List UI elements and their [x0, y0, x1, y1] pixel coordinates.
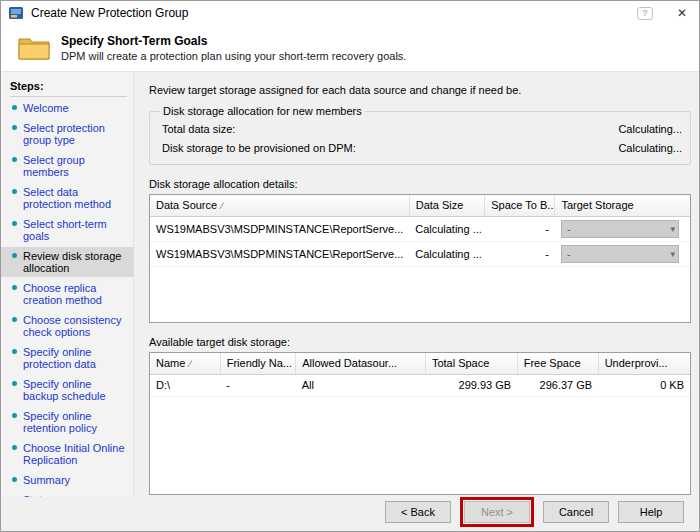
- page-title: Specify Short-Term Goals: [61, 34, 406, 48]
- footer-button-bar: < Back Next > Cancel Help: [1, 497, 699, 531]
- close-button[interactable]: ✕: [665, 1, 699, 25]
- column-header-underprovisioned[interactable]: Underprovi...: [598, 353, 690, 374]
- step-label: Choose replica creation method: [23, 282, 125, 306]
- step-label: Specify online protection data: [23, 346, 125, 370]
- sidebar-step-summary[interactable]: Summary: [10, 471, 127, 489]
- table-row[interactable]: WS19MABSV3\MSDPMINSTANCE\ReportServe... …: [150, 241, 690, 266]
- column-header-data-source[interactable]: Data Source∕: [150, 195, 409, 216]
- column-header-target-storage[interactable]: Target Storage: [555, 195, 690, 216]
- step-bullet-icon: [12, 221, 17, 226]
- step-label: Choose consistency check options: [23, 314, 125, 338]
- cell-total-space: 299.93 GB: [425, 374, 517, 396]
- total-data-size-label: Total data size:: [162, 123, 235, 135]
- sidebar-step-replica-creation-method[interactable]: Choose replica creation method: [10, 279, 127, 309]
- step-label: Select data protection method: [23, 186, 125, 210]
- sidebar-step-review-disk-storage-allocation: Review disk storage allocation: [1, 247, 133, 277]
- cell-data-size: Calculating ...: [409, 216, 485, 241]
- column-header-free-space[interactable]: Free Space: [517, 353, 598, 374]
- header-text: Specify Short-Term Goals DPM will create…: [61, 34, 406, 62]
- sidebar-step-protection-group-type[interactable]: Select protection group type: [10, 119, 127, 149]
- cell-target-storage: - ▾: [555, 241, 690, 266]
- steps-heading: Steps:: [10, 80, 127, 97]
- folder-icon: [18, 35, 50, 61]
- column-header-data-size[interactable]: Data Size: [409, 195, 485, 216]
- cell-data-size: Calculating ...: [409, 241, 485, 266]
- sidebar-step-online-backup-schedule[interactable]: Specify online backup schedule: [10, 375, 127, 405]
- table-row[interactable]: D:\ - All 299.93 GB 296.37 GB 0 KB: [150, 374, 690, 396]
- close-icon: ✕: [677, 6, 687, 20]
- column-header-friendly-name[interactable]: Friendly Na...: [220, 353, 296, 374]
- total-data-size-row: Total data size: Calculating...: [160, 119, 682, 138]
- step-bullet-icon: [12, 413, 17, 418]
- sidebar-step-online-protection-data[interactable]: Specify online protection data: [10, 343, 127, 373]
- titlebar: Create New Protection Group ? ✕: [1, 1, 699, 25]
- disk-allocation-groupbox: Disk storage allocation for new members …: [149, 105, 691, 165]
- wizard-body: Steps: Welcome Select protection group t…: [1, 72, 699, 497]
- provisioned-storage-row: Disk storage to be provisioned on DPM: C…: [160, 138, 682, 157]
- table-row[interactable]: WS19MABSV3\MSDPMINSTANCE\ReportServe... …: [150, 216, 690, 241]
- target-storage-dropdown[interactable]: - ▾: [561, 220, 679, 238]
- step-label: Review disk storage allocation: [23, 250, 127, 274]
- step-bullet-icon: [12, 125, 17, 130]
- column-header-total-space[interactable]: Total Space: [425, 353, 517, 374]
- total-data-size-value: Calculating...: [618, 123, 682, 135]
- titlebar-buttons: ? ✕: [637, 1, 699, 25]
- step-label: Select protection group type: [23, 122, 125, 146]
- steps-list: Welcome Select protection group type Sel…: [10, 99, 127, 497]
- sort-ascending-icon: ∕: [189, 358, 191, 369]
- sidebar-step-data-protection-method[interactable]: Select data protection method: [10, 183, 127, 213]
- help-icon[interactable]: ?: [637, 7, 653, 20]
- step-label: Summary: [23, 474, 70, 486]
- cell-allowed-datasources: All: [296, 374, 426, 396]
- provisioned-storage-value: Calculating...: [618, 142, 682, 154]
- step-bullet-icon: [12, 477, 17, 482]
- cell-data-source: WS19MABSV3\MSDPMINSTANCE\ReportServe...: [150, 216, 409, 241]
- create-protection-group-dialog: Create New Protection Group ? ✕ Specify …: [0, 0, 700, 532]
- page-subtitle: DPM will create a protection plan using …: [61, 50, 406, 62]
- help-button[interactable]: Help: [618, 501, 684, 523]
- cell-friendly-name: -: [220, 374, 296, 396]
- step-label: Specify online retention policy: [23, 410, 125, 434]
- available-storage-section-label: Available target disk storage:: [149, 336, 691, 348]
- table-header-row: Data Source∕ Data Size Space To B... Tar…: [150, 195, 690, 216]
- next-button[interactable]: Next >: [464, 501, 530, 523]
- sidebar-step-short-term-goals[interactable]: Select short-term goals: [10, 215, 127, 245]
- target-storage-dropdown[interactable]: - ▾: [561, 245, 679, 263]
- sidebar-step-consistency-check-options[interactable]: Choose consistency check options: [10, 311, 127, 341]
- window-title: Create New Protection Group: [31, 6, 637, 20]
- main-content: Review target storage assigned for each …: [134, 72, 699, 497]
- chevron-down-icon: ▾: [671, 224, 676, 234]
- back-button[interactable]: < Back: [385, 501, 451, 523]
- step-label: Select group members: [23, 154, 125, 178]
- cancel-button[interactable]: Cancel: [543, 501, 609, 523]
- step-bullet-icon: [12, 253, 17, 258]
- cell-target-storage: - ▾: [555, 216, 690, 241]
- column-header-allowed-datasources[interactable]: Allowed Datasour...: [296, 353, 426, 374]
- dropdown-value: -: [567, 223, 571, 235]
- sidebar-step-group-members[interactable]: Select group members: [10, 151, 127, 181]
- cell-name: D:\: [150, 374, 220, 396]
- steps-sidebar: Steps: Welcome Select protection group t…: [1, 72, 134, 497]
- column-header-name[interactable]: Name∕: [150, 353, 220, 374]
- step-bullet-icon: [12, 285, 17, 290]
- step-label: Specify online backup schedule: [23, 378, 125, 402]
- step-bullet-icon: [12, 157, 17, 162]
- dropdown-value: -: [567, 248, 571, 260]
- step-label: Choose Initial Online Replication: [23, 442, 125, 466]
- table-header-row: Name∕ Friendly Na... Allowed Datasour...…: [150, 353, 690, 374]
- red-annotation-box: Next >: [460, 497, 534, 527]
- provisioned-storage-label: Disk storage to be provisioned on DPM:: [162, 142, 356, 154]
- sidebar-step-welcome[interactable]: Welcome: [10, 99, 127, 117]
- step-label: Welcome: [23, 102, 69, 114]
- chevron-down-icon: ▾: [671, 249, 676, 259]
- step-label: Select short-term goals: [23, 218, 125, 242]
- step-bullet-icon: [12, 349, 17, 354]
- column-header-space-to-be[interactable]: Space To B...: [485, 195, 555, 216]
- step-bullet-icon: [12, 105, 17, 110]
- step-bullet-icon: [12, 317, 17, 322]
- app-icon: [8, 5, 24, 21]
- wizard-header: Specify Short-Term Goals DPM will create…: [1, 25, 699, 72]
- sidebar-step-initial-online-replication[interactable]: Choose Initial Online Replication: [10, 439, 127, 469]
- cell-underprovisioned: 0 KB: [598, 374, 690, 396]
- sidebar-step-online-retention-policy[interactable]: Specify online retention policy: [10, 407, 127, 437]
